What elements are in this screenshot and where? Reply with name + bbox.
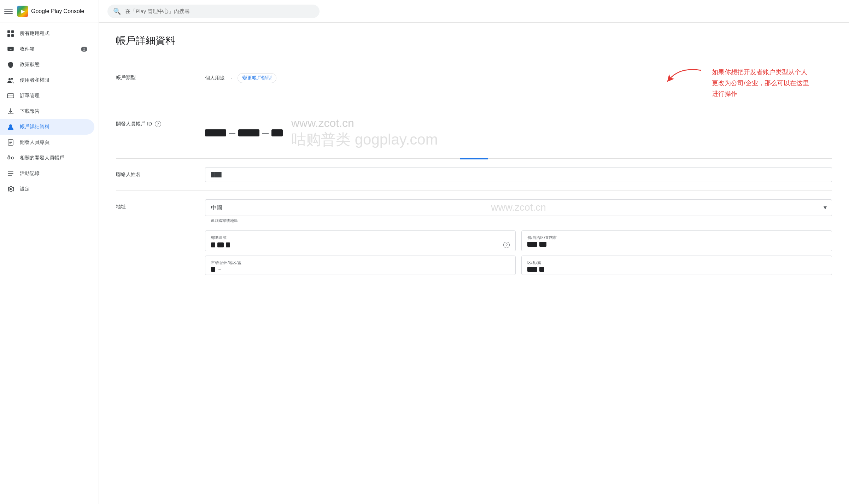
account-type-value: 個人用途 xyxy=(205,75,225,81)
svg-rect-1 xyxy=(11,30,14,33)
svg-rect-2 xyxy=(7,34,10,37)
contact-name-content xyxy=(205,167,832,182)
svg-rect-7 xyxy=(7,94,14,98)
sidebar-item-users[interactable]: 使用者和權限 xyxy=(0,72,94,88)
logo-image: ▶ xyxy=(17,6,28,17)
id-separator-2: — xyxy=(262,129,269,137)
developer-id-section: 開發人員帳戶 ID ? — — www.zcot.cn 咕购普类 gogplay… xyxy=(116,108,832,158)
search-bar[interactable]: 🔍 xyxy=(107,5,320,18)
sidebar-item-activity[interactable]: 活動記錄 xyxy=(0,166,94,181)
svg-rect-3 xyxy=(11,34,14,37)
sidebar-item-settings[interactable]: 設定 xyxy=(0,181,94,197)
sidebar-header: ▶ Google Play Console xyxy=(0,0,99,23)
sidebar-item-label: 使用者和權限 xyxy=(20,77,49,83)
sidebar-item-label: 政策狀態 xyxy=(20,61,40,68)
section-divider xyxy=(116,158,832,159)
contact-name-section: 聯絡人姓名 xyxy=(116,159,832,191)
district-block-1 xyxy=(527,267,537,272)
id-block-2 xyxy=(238,129,259,136)
gear-icon xyxy=(7,186,14,193)
change-account-type-link[interactable]: 變更帳戶類型 xyxy=(238,73,276,83)
id-row: — — www.zcot.cn 咕购普类 gogplay.com xyxy=(205,117,832,150)
province-value xyxy=(527,242,826,247)
download-icon xyxy=(7,108,14,115)
search-icon: 🔍 xyxy=(113,7,121,15)
annotation-arrow xyxy=(666,63,708,84)
annotation-line3: 进行操作 xyxy=(712,88,832,99)
sidebar-item-reports[interactable]: 下載報告 xyxy=(0,104,94,119)
province-group: 省/自治区/直辖市 xyxy=(521,230,832,251)
district-block-2 xyxy=(539,267,544,272)
country-select[interactable]: 中國 xyxy=(205,200,832,216)
watermark-zcot: www.zcot.cn xyxy=(291,117,438,130)
inbox-badge: 2 xyxy=(81,47,87,52)
grid-icon xyxy=(7,30,14,37)
svg-point-5 xyxy=(8,78,11,80)
district-value xyxy=(527,267,826,272)
sidebar-item-label: 開發人員專頁 xyxy=(20,139,49,146)
people-icon xyxy=(7,77,14,84)
app-title: Google Play Console xyxy=(31,8,84,14)
contact-name-label: 聯絡人姓名 xyxy=(116,167,194,178)
sidebar-item-label: 活動記錄 xyxy=(20,170,40,177)
menu-icon[interactable] xyxy=(4,7,13,16)
sidebar-nav: 所有應用程式 收件箱 2 政策狀態 xyxy=(0,23,99,504)
sidebar-item-orders[interactable]: 訂單管理 xyxy=(0,88,94,104)
postal-code-group: 郵遞區號 ? xyxy=(205,230,516,251)
district-group: 区/县/旗 xyxy=(521,256,832,275)
city-dot: ·– xyxy=(217,267,221,272)
id-block-1 xyxy=(205,129,226,136)
watermark-gogplay: 咕购普类 gogplay.com xyxy=(291,130,438,150)
search-input[interactable] xyxy=(125,8,314,14)
address-section: 地址 中國 ▾ www.zcot.cn 選取國家或地區 郵遞區號 xyxy=(116,191,832,283)
city-group: 市/自治州/地区/盟 ·– xyxy=(205,256,516,275)
id-block-3 xyxy=(271,129,283,136)
sidebar-item-label: 相關的開發人員帳戶 xyxy=(20,155,64,161)
topbar: 🔍 xyxy=(99,0,849,23)
content-area: 帳戶詳細資料 帳戶類型 個人用途 · 變更帳戶類型 如果你想把开发者账户类型从个… xyxy=(99,23,849,504)
sidebar-item-account[interactable]: 帳戶詳細資料 xyxy=(0,119,94,135)
sidebar: ▶ Google Play Console 所有應用程式 xyxy=(0,0,99,504)
account-type-label: 帳戶類型 xyxy=(116,70,194,81)
city-block-1 xyxy=(211,267,215,272)
page-title: 帳戶詳細資料 xyxy=(116,34,832,47)
contact-name-input[interactable] xyxy=(205,167,832,182)
postal-block-3 xyxy=(226,242,230,247)
postal-code-label: 郵遞區號 xyxy=(211,235,510,240)
district-label: 区/县/旗 xyxy=(527,260,826,265)
country-hint: 選取國家或地區 xyxy=(205,217,832,226)
svg-point-8 xyxy=(9,124,12,127)
city-value: ·– xyxy=(211,267,510,272)
postal-province-row: 郵遞區號 ? 省/自治区/直辖市 xyxy=(205,230,832,251)
province-block-1 xyxy=(527,242,537,247)
sidebar-item-label: 下載報告 xyxy=(20,108,40,115)
sidebar-item-inbox[interactable]: 收件箱 2 xyxy=(0,41,94,57)
main-area: 🔍 帳戶詳細資料 帳戶類型 個人用途 · 變更帳戶類型 如果你想把开发者账户类型… xyxy=(99,0,849,504)
city-district-row: 市/自治州/地区/盟 ·– 区/县/旗 xyxy=(205,256,832,275)
shield-icon xyxy=(7,61,14,68)
account-type-content: 個人用途 · 變更帳戶類型 xyxy=(205,70,701,86)
postal-code-input-row: ? xyxy=(211,242,510,248)
postal-help-icon[interactable]: ? xyxy=(503,242,510,248)
svg-point-6 xyxy=(11,78,13,80)
svg-rect-0 xyxy=(7,30,10,33)
id-watermark-area: www.zcot.cn 咕购普类 gogplay.com xyxy=(291,117,438,150)
person-icon xyxy=(7,123,14,130)
address-content: 中國 ▾ www.zcot.cn 選取國家或地區 郵遞區號 xyxy=(205,199,832,275)
postal-block-2 xyxy=(217,242,224,247)
country-select-wrap: 中國 ▾ www.zcot.cn xyxy=(205,199,832,216)
annotation-line1: 如果你想把开发者账户类型从个人 xyxy=(712,67,832,78)
sidebar-item-policy[interactable]: 政策狀態 xyxy=(0,57,94,72)
city-label: 市/自治州/地区/盟 xyxy=(211,260,510,265)
title-divider xyxy=(116,56,832,56)
province-block-2 xyxy=(539,242,546,247)
sidebar-item-all-apps[interactable]: 所有應用程式 xyxy=(0,26,94,41)
sidebar-item-label: 帳戶詳細資料 xyxy=(20,124,49,130)
postal-block-1 xyxy=(211,242,215,247)
list-icon xyxy=(7,170,14,177)
sidebar-item-related[interactable]: 相關的開發人員帳戶 xyxy=(0,150,94,166)
developer-id-label: 開發人員帳戶 ID ? xyxy=(116,117,194,127)
developer-id-help-icon[interactable]: ? xyxy=(155,121,161,127)
sidebar-item-developer[interactable]: 開發人員專頁 xyxy=(0,135,94,150)
logo-area: ▶ Google Play Console xyxy=(17,6,84,17)
